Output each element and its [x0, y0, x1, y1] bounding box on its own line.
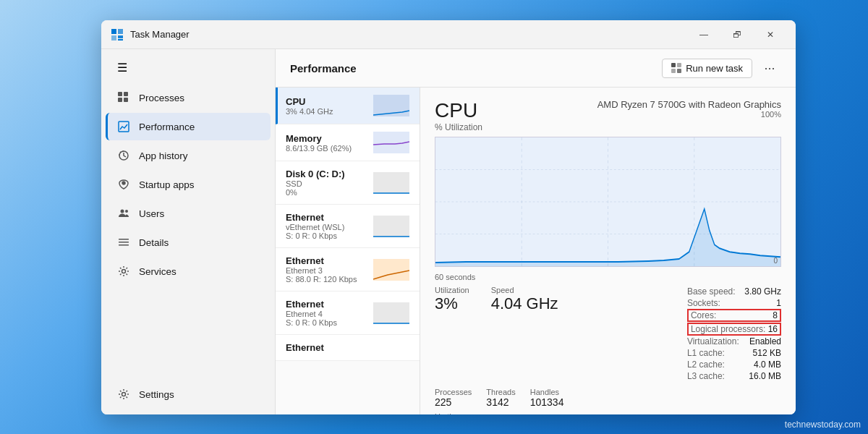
sidebar: ☰ Processes — [101, 49, 275, 414]
sidebar-item-processes[interactable]: Processes — [106, 84, 271, 111]
threads-stat-value: 3142 — [486, 396, 515, 408]
prop-l2: L2 cache: 4.0 MB — [687, 359, 781, 370]
speed-label: Speed — [491, 286, 558, 294]
panel-title: Performance — [290, 62, 662, 75]
svg-rect-3 — [118, 35, 123, 38]
svg-rect-26 — [373, 216, 409, 237]
services-icon — [117, 265, 130, 278]
svg-rect-21 — [671, 69, 676, 73]
graph-time-label: 60 seconds — [435, 273, 781, 281]
svg-rect-2 — [111, 35, 116, 41]
cpu-model-block: AMD Ryzen 7 5700G with Radeon Graphics 1… — [597, 99, 781, 119]
cpu-header: CPU % Utilization AMD Ryzen 7 5700G with… — [435, 99, 781, 134]
svg-rect-14 — [119, 239, 129, 240]
svg-rect-7 — [118, 98, 122, 102]
prop-sockets: Sockets: 1 — [687, 297, 781, 309]
svg-rect-1 — [118, 29, 123, 34]
resource-disk-sub1: SSD — [286, 179, 367, 188]
logical-value: 16 — [768, 324, 778, 334]
resource-item-ethernet-wsl[interactable]: Ethernet vEthernet (WSL) S: 0 R: 0 Kbps — [276, 205, 420, 248]
sidebar-item-startup-apps[interactable]: Startup apps — [106, 171, 271, 198]
graph-zero-label: 0 — [773, 257, 778, 265]
sidebar-bottom: Settings — [101, 380, 275, 409]
memory-mini-graph — [373, 132, 409, 153]
svg-point-12 — [121, 210, 124, 213]
stat-handles: Handles 101334 — [530, 388, 564, 408]
uptime-label: Up time — [435, 412, 781, 414]
svg-rect-5 — [118, 92, 122, 96]
svg-rect-28 — [373, 302, 409, 324]
resource-memory-name: Memory — [286, 133, 367, 144]
resource-item-ethernet4[interactable]: Ethernet Ethernet 4 S: 0 R: 0 Kbps — [276, 292, 420, 335]
svg-rect-9 — [119, 122, 129, 132]
virtualization-value: Enabled — [749, 336, 781, 346]
resource-item-ethernet3[interactable]: Ethernet Ethernet 3 S: 88.0 R: 120 Kbps — [276, 248, 420, 292]
handles-stat-value: 101334 — [530, 396, 564, 408]
details-icon — [117, 236, 130, 249]
right-panel: Performance Run new task ··· — [275, 49, 796, 414]
resource-item-disk[interactable]: Disk 0 (C: D:) SSD 0% — [276, 161, 420, 205]
run-new-task-button[interactable]: Run new task — [662, 59, 752, 78]
app-history-label: App history — [139, 150, 188, 161]
resource-ethernet-wsl-sub2: S: 0 R: 0 Kbps — [286, 231, 367, 240]
sidebar-item-settings[interactable]: Settings — [106, 380, 271, 408]
svg-point-11 — [122, 182, 125, 184]
resource-cpu-sub: 3% 4.04 GHz — [286, 107, 367, 116]
resource-ethernet3-sub2: S: 88.0 R: 120 Kbps — [286, 275, 367, 284]
more-button[interactable]: ··· — [758, 56, 781, 80]
cpu-mini-graph — [373, 95, 409, 116]
sockets-value: 1 — [776, 298, 781, 308]
settings-label: Settings — [139, 389, 174, 400]
resource-ethernet3-sub1: Ethernet 3 — [286, 266, 367, 275]
services-label: Services — [139, 266, 176, 277]
resource-item-memory[interactable]: Memory 8.6/13.9 GB (62%) — [276, 124, 420, 161]
cpu-graph: 0 — [435, 137, 781, 267]
svg-rect-6 — [124, 92, 128, 96]
resource-item-ethernet-more[interactable]: Ethernet — [276, 335, 420, 361]
resource-memory-info: Memory 8.6/13.9 GB (62%) — [286, 133, 367, 153]
processes-label: Processes — [139, 93, 184, 103]
ethernet-wsl-mini-graph — [373, 216, 409, 237]
resource-ethernet3-info: Ethernet Ethernet 3 S: 88.0 R: 120 Kbps — [286, 255, 367, 284]
resource-disk-info: Disk 0 (C: D:) SSD 0% — [286, 169, 367, 197]
ethernet4-mini-graph — [373, 302, 409, 324]
resource-memory-sub: 8.6/13.9 GB (62%) — [286, 144, 367, 153]
svg-point-18 — [122, 393, 126, 396]
sidebar-item-services[interactable]: Services — [106, 258, 271, 285]
maximize-button[interactable]: 🗗 — [720, 23, 754, 46]
hamburger-icon: ☰ — [117, 61, 127, 74]
hamburger-menu[interactable]: ☰ — [106, 55, 135, 80]
minimize-button[interactable]: — — [687, 23, 720, 46]
svg-rect-16 — [119, 244, 129, 246]
svg-rect-20 — [677, 63, 681, 67]
cores-value: 8 — [773, 310, 778, 320]
resource-item-cpu[interactable]: CPU 3% 4.04 GHz — [276, 88, 420, 124]
stat-speed: Speed 4.04 GHz — [491, 286, 558, 382]
close-button[interactable]: ✕ — [754, 23, 787, 46]
resource-ethernet-wsl-sub1: vEthernet (WSL) — [286, 223, 367, 231]
resource-disk-sub2: 0% — [286, 188, 367, 197]
cpu-model: AMD Ryzen 7 5700G with Radeon Graphics — [597, 99, 781, 110]
resource-ethernet4-sub2: S: 0 R: 0 Kbps — [286, 318, 367, 327]
sidebar-item-details[interactable]: Details — [106, 229, 271, 256]
prop-cores-highlighted: Cores: 8 — [687, 309, 781, 322]
svg-rect-19 — [671, 63, 676, 67]
resource-ethernet4-info: Ethernet Ethernet 4 S: 0 R: 0 Kbps — [286, 299, 367, 327]
sidebar-item-app-history[interactable]: App history — [106, 142, 271, 169]
app-icon — [110, 27, 124, 42]
l3-value: 16.0 MB — [749, 371, 781, 381]
performance-icon — [117, 120, 130, 133]
panel-body: CPU 3% 4.04 GHz Memory 8.6/13.9 GB (62%) — [276, 88, 796, 414]
sidebar-item-users[interactable]: Users — [106, 200, 271, 227]
threads-stat-label: Threads — [486, 388, 515, 396]
stat-threads: Threads 3142 — [486, 388, 515, 408]
resource-ethernet-wsl-name: Ethernet — [286, 212, 367, 223]
cpu-graph-svg — [435, 137, 780, 266]
svg-rect-25 — [373, 172, 409, 194]
processes-row: Processes 225 Threads 3142 Handles 10133… — [435, 388, 781, 408]
details-label: Details — [139, 237, 169, 248]
users-label: Users — [139, 208, 164, 219]
resource-ethernet-more-name: Ethernet — [286, 342, 409, 353]
prop-logical-highlighted: Logical processors: 16 — [687, 323, 781, 336]
sidebar-item-performance[interactable]: Performance — [106, 113, 271, 140]
